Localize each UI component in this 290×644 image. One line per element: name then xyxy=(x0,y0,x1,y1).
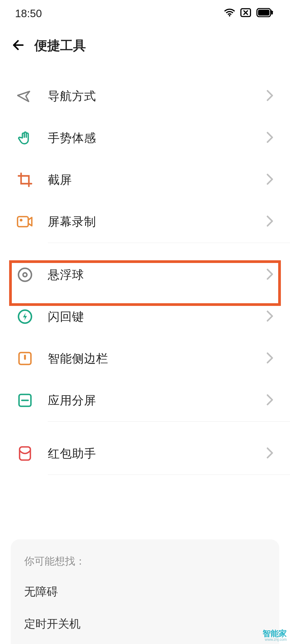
chevron-right-icon xyxy=(266,310,274,323)
item-label: 红包助手 xyxy=(48,446,266,462)
item-label: 闪回键 xyxy=(48,309,266,325)
battery-icon xyxy=(256,8,275,20)
flash-icon xyxy=(15,307,35,327)
item-gesture[interactable]: 手势体感 xyxy=(0,117,290,159)
status-time: 18:50 xyxy=(15,8,42,20)
suggestion-panel: 你可能想找： 无障碍 定时开关机 xyxy=(11,539,279,644)
wifi-icon xyxy=(224,8,235,20)
item-screen-record[interactable]: 屏幕录制 xyxy=(0,201,290,243)
item-label: 应用分屏 xyxy=(48,393,266,408)
suggestion-item[interactable]: 定时开关机 xyxy=(24,616,266,631)
status-icons xyxy=(224,8,275,20)
chevron-right-icon xyxy=(266,394,274,407)
cursor-icon xyxy=(15,86,35,106)
chevron-right-icon xyxy=(266,90,274,103)
watermark: 智能家 www.znj.com xyxy=(263,630,287,641)
svg-point-7 xyxy=(23,273,27,277)
item-navigation[interactable]: 导航方式 xyxy=(0,75,290,117)
svg-rect-10 xyxy=(24,355,26,360)
chevron-right-icon xyxy=(266,268,274,281)
crop-icon xyxy=(15,170,35,190)
status-bar: 18:50 xyxy=(0,0,290,27)
item-label: 智能侧边栏 xyxy=(48,351,266,367)
no-sim-icon xyxy=(240,8,251,20)
svg-point-5 xyxy=(20,219,23,221)
suggestion-item[interactable]: 无障碍 xyxy=(24,584,266,599)
svg-rect-4 xyxy=(17,217,28,227)
item-red-packet[interactable]: 红包助手 xyxy=(0,433,290,474)
item-floating-ball[interactable]: 悬浮球 xyxy=(0,254,290,296)
item-smart-sidebar[interactable]: 智能侧边栏 xyxy=(0,338,290,379)
item-label: 导航方式 xyxy=(48,88,266,104)
suggestion-hint: 你可能想找： xyxy=(24,554,266,568)
item-split-screen[interactable]: 应用分屏 xyxy=(0,379,290,421)
item-label: 手势体感 xyxy=(48,130,266,146)
item-screenshot[interactable]: 截屏 xyxy=(0,159,290,201)
svg-rect-2 xyxy=(258,9,270,15)
video-icon xyxy=(15,212,35,232)
divider xyxy=(48,474,290,475)
chevron-right-icon xyxy=(266,173,274,186)
item-label: 屏幕录制 xyxy=(48,214,266,230)
chevron-right-icon xyxy=(266,131,274,144)
split-icon xyxy=(15,390,35,410)
page-title: 便捷工具 xyxy=(34,37,86,54)
chevron-right-icon xyxy=(266,352,274,365)
hand-icon xyxy=(15,128,35,148)
back-button[interactable] xyxy=(11,38,25,53)
chevron-right-icon xyxy=(266,215,274,228)
item-flash-back[interactable]: 闪回键 xyxy=(0,296,290,338)
svg-point-6 xyxy=(19,268,31,281)
circle-dot-icon xyxy=(15,265,35,285)
sidebar-icon xyxy=(15,349,35,368)
chevron-right-icon xyxy=(266,447,274,460)
title-bar: 便捷工具 xyxy=(0,27,290,64)
item-label: 截屏 xyxy=(48,172,266,188)
envelope-icon xyxy=(15,444,35,463)
settings-list: 导航方式 手势体感 截屏 屏幕录制 悬浮球 闪回键 xyxy=(0,64,290,475)
item-label: 悬浮球 xyxy=(48,267,266,283)
